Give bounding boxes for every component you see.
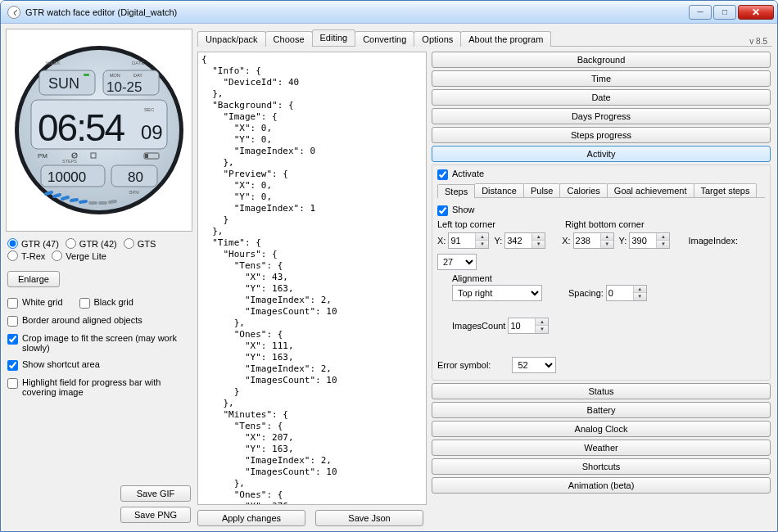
check-white-grid[interactable]: White grid: [7, 297, 63, 309]
image-index-label: ImageIndex:: [688, 236, 738, 246]
subtab-goal[interactable]: Goal achievement: [607, 183, 694, 197]
section-days-progress[interactable]: Days Progress: [432, 108, 771, 124]
watch-preview-frame: WEEK DATE SUN MON DAY 10-25 06:54 SEC 09…: [6, 29, 192, 232]
x1-input[interactable]: ▲▼: [448, 232, 489, 249]
device-radio-gts[interactable]: GTS: [124, 238, 156, 249]
device-radio-trex[interactable]: T-Rex: [7, 250, 45, 261]
maximize-button[interactable]: □: [713, 5, 736, 20]
json-textarea[interactable]: [198, 52, 426, 504]
titlebar: GTR watch face editor (Digital_watch) ─ …: [1, 1, 777, 24]
save-json-button[interactable]: Save Json: [315, 510, 423, 526]
app-window: GTR watch face editor (Digital_watch) ─ …: [0, 0, 778, 532]
subtab-calories[interactable]: Calories: [559, 183, 607, 197]
app-icon: [7, 6, 20, 19]
svg-text:06:54: 06:54: [38, 106, 125, 149]
svg-line-30: [80, 201, 86, 202]
check-black-grid[interactable]: Black grid: [79, 297, 133, 309]
subtab-distance[interactable]: Distance: [474, 183, 524, 197]
svg-rect-19: [145, 154, 148, 158]
section-steps-progress[interactable]: Steps progress: [432, 127, 771, 143]
tab-editing[interactable]: Editing: [312, 29, 356, 46]
image-index-select[interactable]: 27: [437, 254, 477, 270]
svg-line-27: [54, 195, 60, 196]
y1-input[interactable]: ▲▼: [504, 232, 545, 249]
version-label: v 8.5: [749, 35, 772, 46]
activity-subtabs: Steps Distance Pulse Calories Goal achie…: [437, 183, 765, 198]
check-crop-fit[interactable]: Crop image to fit the screen (may work s…: [7, 333, 191, 353]
section-activity[interactable]: Activity: [432, 146, 771, 162]
right-bottom-label: Right bottom corner: [565, 219, 645, 229]
svg-text:09: 09: [141, 121, 163, 143]
svg-text:STEPS: STEPS: [62, 159, 77, 164]
section-date[interactable]: Date: [432, 89, 771, 106]
activity-panel: Activate Steps Distance Pulse Calories G…: [432, 165, 771, 381]
save-png-button[interactable]: Save PNG: [120, 507, 191, 523]
close-button[interactable]: ✕: [738, 5, 774, 20]
svg-text:10000: 10000: [47, 169, 86, 185]
y2-input[interactable]: ▲▼: [629, 232, 670, 249]
alignment-select[interactable]: Top right: [452, 285, 542, 301]
section-background[interactable]: Background: [432, 52, 771, 68]
left-top-label: Left top corner: [437, 219, 560, 229]
svg-text:DAY: DAY: [133, 73, 142, 78]
error-symbol-select[interactable]: 52: [512, 357, 556, 373]
subtab-steps[interactable]: Steps: [437, 184, 475, 198]
svg-rect-7: [84, 74, 89, 76]
images-count-input[interactable]: ▲▼: [508, 318, 549, 334]
svg-text:SUN: SUN: [48, 75, 79, 92]
activate-checkbox[interactable]: Activate: [437, 169, 765, 180]
section-shortcuts[interactable]: Shortcuts: [432, 458, 771, 475]
svg-text:BPM: BPM: [129, 190, 139, 195]
tab-converting[interactable]: Converting: [355, 31, 414, 47]
section-battery[interactable]: Battery: [432, 402, 771, 418]
section-animation[interactable]: Animation (beta): [432, 477, 771, 494]
x2-input[interactable]: ▲▼: [573, 232, 614, 249]
svg-text:MON: MON: [110, 73, 120, 78]
svg-text:SEC: SEC: [144, 107, 155, 112]
section-weather[interactable]: Weather: [432, 440, 771, 456]
tab-unpack[interactable]: Unpack/pack: [197, 31, 266, 47]
device-radio-group: GTR (47) GTR (42) GTS T-Rex Verge Lite: [6, 235, 192, 264]
tab-choose[interactable]: Choose: [265, 31, 313, 47]
subtab-target[interactable]: Target steps: [694, 183, 758, 197]
svg-line-33: [110, 201, 115, 202]
subtab-pulse[interactable]: Pulse: [523, 183, 561, 197]
svg-text:80: 80: [128, 169, 143, 185]
svg-text:PM: PM: [38, 152, 47, 160]
tab-about[interactable]: About the program: [460, 31, 551, 47]
show-checkbox[interactable]: Show: [437, 205, 765, 216]
svg-text:10-25: 10-25: [106, 79, 142, 95]
main-tabs: Unpack/pack Choose Editing Converting Op…: [197, 29, 772, 47]
section-status[interactable]: Status: [432, 383, 771, 399]
watch-preview: WEEK DATE SUN MON DAY 10-25 06:54 SEC 09…: [13, 44, 185, 216]
save-gif-button[interactable]: Save GIF: [120, 485, 191, 502]
svg-line-28: [62, 197, 68, 199]
spacing-label: Spacing:: [568, 288, 604, 298]
check-border-aligned[interactable]: Border around aligned objects: [7, 315, 191, 327]
svg-line-26: [46, 192, 52, 194]
check-highlight-progress[interactable]: Highlight field for progress bar with co…: [7, 377, 191, 397]
svg-text:WEEK: WEEK: [46, 61, 61, 65]
window-title: GTR watch face editor (Digital_watch): [25, 7, 687, 17]
error-symbol-label: Error symbol:: [437, 360, 491, 370]
apply-changes-button[interactable]: Apply changes: [197, 510, 305, 526]
enlarge-button[interactable]: Enlarge: [7, 271, 60, 287]
section-time[interactable]: Time: [432, 70, 771, 87]
images-count-label: ImagesCount: [452, 321, 505, 331]
check-shortcut-area[interactable]: Show shortcut area: [7, 359, 191, 371]
svg-line-29: [71, 200, 77, 201]
tab-options[interactable]: Options: [414, 31, 461, 47]
device-radio-gtr47[interactable]: GTR (47): [7, 238, 59, 249]
svg-text:DATE: DATE: [132, 61, 145, 65]
device-radio-gtr42[interactable]: GTR (42): [66, 238, 117, 249]
device-radio-vergelite[interactable]: Verge Lite: [52, 250, 106, 261]
spacing-input[interactable]: ▲▼: [606, 285, 647, 301]
section-analog-clock[interactable]: Analog Clock: [432, 421, 771, 437]
alignment-label: Alignment: [452, 273, 542, 283]
minimize-button[interactable]: ─: [689, 5, 712, 20]
